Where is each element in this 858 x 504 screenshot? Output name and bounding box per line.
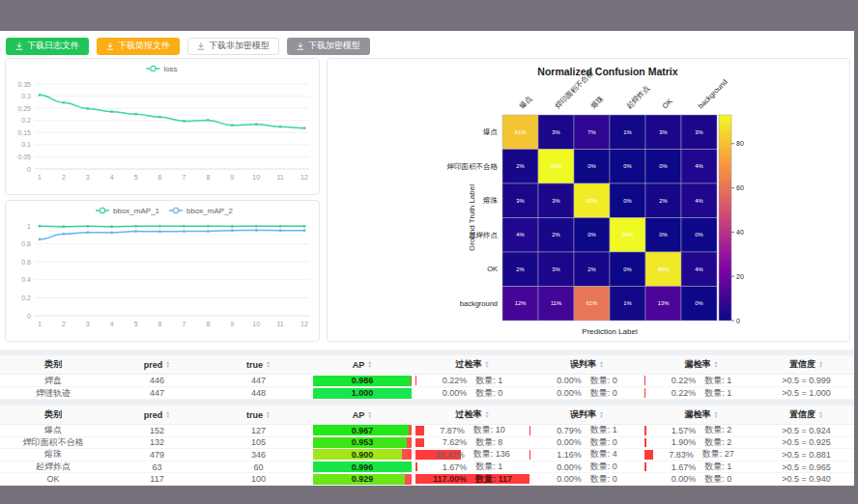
col-header-pred[interactable]: pred▲▼ bbox=[106, 360, 208, 370]
download-button-green[interactable]: 下载日志文件 bbox=[6, 38, 89, 55]
row-label: 焊印面积不合格 bbox=[447, 162, 499, 171]
sort-caret-icon[interactable]: ▲▼ bbox=[165, 411, 170, 418]
y-tick-label: 0.1 bbox=[21, 141, 31, 148]
data-point bbox=[231, 229, 234, 232]
col-header-miss[interactable]: 漏检率▲▼ bbox=[644, 358, 758, 371]
x-tick-label: 2 bbox=[62, 321, 66, 327]
col-header-true[interactable]: true▲▼ bbox=[208, 360, 309, 370]
colorbar bbox=[719, 115, 731, 321]
rate-quantity: 数量: 136 bbox=[473, 449, 510, 461]
col-header-true[interactable]: true▲▼ bbox=[208, 410, 309, 420]
col-header-over[interactable]: 过检率▲▼ bbox=[415, 408, 529, 421]
cell-pred: 152 bbox=[106, 425, 208, 436]
rate-bar bbox=[644, 438, 646, 448]
sort-caret-icon[interactable]: ▲▼ bbox=[165, 361, 170, 368]
rate-bar bbox=[644, 426, 646, 435]
x-tick-label: 5 bbox=[134, 174, 138, 181]
rate-bar bbox=[644, 450, 653, 460]
rate-percent: 7.87% bbox=[440, 426, 465, 435]
sort-caret-icon[interactable]: ▲▼ bbox=[485, 411, 490, 418]
col-header-label: 过检率 bbox=[456, 358, 482, 371]
cell-miss: 0.00%数量: 0 bbox=[644, 473, 758, 485]
y-tick-label: 0.25 bbox=[17, 105, 31, 112]
sort-caret-icon[interactable]: ▲▼ bbox=[485, 361, 490, 368]
sort-caret-icon[interactable]: ▲▼ bbox=[818, 411, 823, 418]
x-tick-label: 10 bbox=[252, 174, 260, 181]
matrix-cell-value: 2% bbox=[516, 163, 524, 169]
rate-quantity: 数量: 2 bbox=[704, 437, 731, 449]
matrix-cell-value: 3% bbox=[552, 198, 559, 204]
matrix-cell-value: 0% bbox=[623, 266, 631, 272]
matrix-cell-value: 61% bbox=[586, 300, 598, 306]
legend-item-bbox_mAP_1[interactable]: bbox_mAP_1 bbox=[96, 207, 160, 215]
sort-caret-icon[interactable]: ▲▼ bbox=[818, 361, 823, 368]
sort-caret-icon[interactable]: ▲▼ bbox=[599, 361, 604, 368]
cell-over: 0.00%数量: 0 bbox=[415, 387, 529, 399]
sort-caret-icon[interactable]: ▲▼ bbox=[714, 361, 719, 368]
download-button-plain[interactable]: 下载非加密模型 bbox=[187, 38, 279, 55]
col-header-conf[interactable]: 置信度▲▼ bbox=[758, 358, 854, 371]
rate-quantity: 数量: 0 bbox=[590, 473, 617, 485]
col-header-ap[interactable]: AP▲▼ bbox=[309, 410, 415, 420]
x-tick-label: 11 bbox=[276, 321, 283, 327]
cell-miss: 0.22%数量: 1 bbox=[644, 387, 758, 399]
colorbar-tick-label: 0 bbox=[736, 318, 740, 324]
col-header-label: 类别 bbox=[44, 408, 62, 421]
chart-title: Normalized Confusion Matrix bbox=[537, 66, 677, 77]
col-header-label: 误判率 bbox=[570, 408, 596, 421]
col-header-conf[interactable]: 置信度▲▼ bbox=[758, 408, 854, 421]
download-button-label: 下载简报文件 bbox=[118, 40, 170, 52]
rate-quantity: 数量: 1 bbox=[590, 425, 617, 436]
rate-quantity: 数量: 27 bbox=[702, 449, 734, 461]
cell-true: 105 bbox=[208, 437, 309, 449]
ap-value: 0.953 bbox=[313, 437, 412, 448]
y-tick-label: 0 bbox=[27, 166, 31, 173]
rate-percent: 0.00% bbox=[557, 388, 582, 398]
data-point bbox=[110, 232, 113, 235]
col-header-pred[interactable]: pred▲▼ bbox=[106, 410, 208, 420]
download-toolbar: 下载日志文件下载简报文件下载非加密模型下载加密模型 bbox=[0, 31, 854, 56]
col-header-label: true bbox=[246, 410, 263, 420]
cell-mis: 0.79%数量: 1 bbox=[529, 425, 644, 436]
x-tick-label: 8 bbox=[206, 321, 210, 327]
matrix-cell-value: 3% bbox=[695, 129, 702, 135]
matrix-cell-value: 4% bbox=[516, 232, 524, 238]
x-tick-label: 9 bbox=[230, 174, 234, 181]
col-header-over[interactable]: 过检率▲▼ bbox=[415, 358, 529, 371]
table-row: 熔珠4793460.90039.42%数量: 1361.16%数量: 47.83… bbox=[0, 449, 854, 462]
download-button-orange[interactable]: 下载简报文件 bbox=[97, 38, 180, 55]
ap-bar-track: 0.929 bbox=[313, 474, 412, 485]
col-header-cat: 类别 bbox=[0, 358, 106, 371]
download-button-gray[interactable]: 下载加密模型 bbox=[287, 38, 370, 55]
sort-caret-icon[interactable]: ▲▼ bbox=[714, 411, 719, 418]
cell-pred: 117 bbox=[106, 473, 208, 485]
matrix-cell-value: 0% bbox=[587, 163, 595, 169]
cell-pred: 63 bbox=[106, 462, 208, 473]
rate-quantity: 数量: 0 bbox=[590, 375, 617, 386]
rate-bar bbox=[415, 376, 416, 385]
sort-caret-icon[interactable]: ▲▼ bbox=[367, 411, 372, 418]
legend-item-loss[interactable]: loss bbox=[146, 65, 177, 73]
legend-label: loss bbox=[163, 65, 177, 73]
cell-true: 127 bbox=[208, 425, 309, 436]
sort-caret-icon[interactable]: ▲▼ bbox=[367, 361, 372, 368]
data-point bbox=[207, 225, 210, 228]
rate-percent: 0.22% bbox=[672, 376, 697, 385]
sort-caret-icon[interactable]: ▲▼ bbox=[266, 361, 271, 368]
sort-caret-icon[interactable]: ▲▼ bbox=[266, 411, 271, 418]
y-tick-label: 0.2 bbox=[21, 117, 31, 124]
col-header-ap[interactable]: AP▲▼ bbox=[309, 360, 415, 370]
col-header-mis[interactable]: 误判率▲▼ bbox=[529, 408, 644, 421]
series-line-loss bbox=[40, 95, 304, 127]
sort-caret-icon[interactable]: ▲▼ bbox=[599, 411, 604, 418]
col-header-mis[interactable]: 误判率▲▼ bbox=[529, 358, 644, 371]
legend-item-bbox_mAP_2[interactable]: bbox_mAP_2 bbox=[169, 207, 234, 215]
x-tick-label: 9 bbox=[230, 321, 234, 327]
bbox-map-chart-card: bbox_mAP_1bbox_mAP_200.20.40.60.81123456… bbox=[5, 200, 320, 342]
cell-conf: >0.5 = 0.924 bbox=[758, 425, 854, 436]
data-point bbox=[110, 110, 113, 113]
loss-line-chart: loss00.050.10.150.20.250.30.351234567891… bbox=[6, 59, 320, 194]
col-header-miss[interactable]: 漏检率▲▼ bbox=[644, 408, 758, 421]
table-row: 焊缝轨迹4474481.0000.00%数量: 00.00%数量: 00.22%… bbox=[0, 387, 854, 400]
x-tick-label: 8 bbox=[206, 174, 210, 181]
